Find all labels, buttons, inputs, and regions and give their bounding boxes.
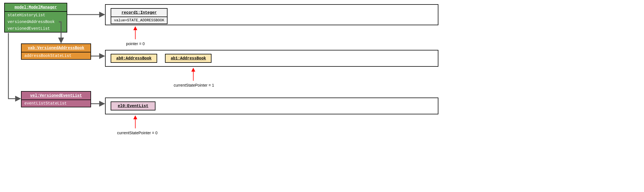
el0-title: el0:EventList	[111, 102, 155, 110]
state-history-list-container: record1:Integer value=STATE_ADDRESSBOOK	[105, 4, 438, 25]
ab1-title: ab1:AddressBook	[166, 54, 211, 62]
arrows-layer	[0, 0, 644, 192]
el-pointer-label: currentStatePointer = 0	[117, 131, 157, 135]
model-manager-object: model:ModelManager stateHistoryList vers…	[4, 3, 67, 33]
state-history-pointer-label: pointer = 0	[126, 41, 145, 46]
record1-attr: value=STATE_ADDRESSBOOK	[111, 17, 167, 24]
ab0-object: ab0:AddressBook	[111, 54, 157, 63]
vab-title: vab:VersionedAddressBook	[22, 44, 90, 52]
model-attr-versionedeventlist: versionedEventList	[5, 25, 67, 32]
record1-object: record1:Integer value=STATE_ADDRESSBOOK	[111, 8, 168, 24]
record1-title: record1:Integer	[111, 9, 167, 17]
ab0-title: ab0:AddressBook	[111, 54, 157, 62]
vab-attr: addressBookStateList	[22, 52, 90, 59]
arrow-model-to-vel	[8, 33, 20, 99]
vel-attr: eventListStateList	[22, 100, 90, 107]
vel-object: vel:VersionedEventList eventListStateLis…	[21, 91, 91, 107]
ab1-object: ab1:AddressBook	[165, 54, 211, 63]
eventlist-state-list-container: el0:EventList	[105, 98, 438, 114]
vab-object: vab:VersionedAddressBook addressBookStat…	[21, 43, 91, 60]
model-manager-title: model:ModelManager	[5, 3, 67, 12]
model-attr-versionedaddressbook: versionedAddressBook	[5, 18, 67, 25]
el0-object: el0:EventList	[111, 101, 155, 110]
ab-pointer-label: currentStatePointer = 1	[174, 83, 214, 87]
model-attr-statehistory: stateHistoryList	[5, 12, 67, 18]
vel-title: vel:VersionedEventList	[22, 92, 90, 100]
addressbook-state-list-container: ab0:AddressBook ab1:AddressBook	[105, 50, 438, 67]
